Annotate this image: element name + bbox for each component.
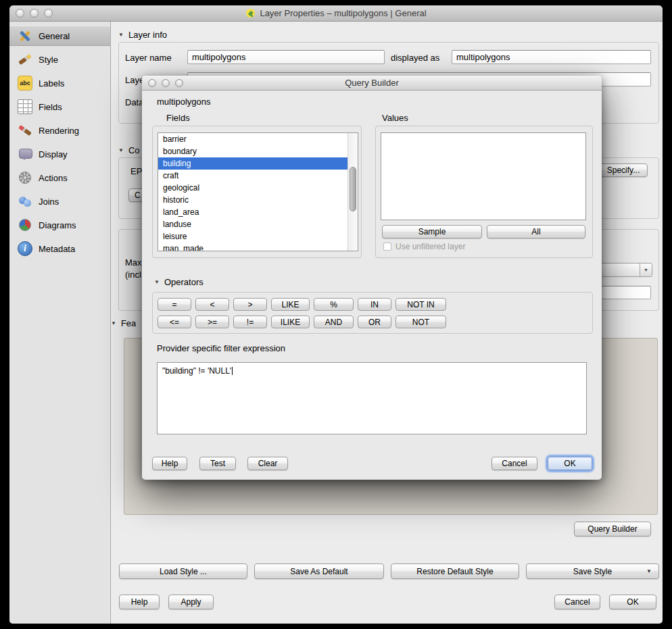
restore-default-style-button[interactable]: Restore Default Style (391, 563, 519, 579)
operator-button[interactable]: AND (314, 316, 354, 328)
window-title: Layer Properties – multipolygons | Gener… (260, 8, 426, 18)
joins-icon (18, 194, 32, 209)
section-header-feature-subset[interactable]: ▼ Fea (111, 318, 136, 328)
field-row[interactable]: land_area (158, 206, 358, 218)
window-controls (16, 5, 53, 21)
cancel-button[interactable]: Cancel (554, 595, 600, 609)
section-header-operators[interactable]: ▼ Operators (154, 277, 203, 287)
save-as-default-button[interactable]: Save As Default (254, 563, 384, 579)
data-source-label: Data (125, 97, 143, 107)
sidebar-item-general[interactable]: General (9, 26, 110, 46)
save-style-button[interactable]: Save Style ▼ (526, 563, 659, 579)
scrollbar-thumb[interactable] (350, 167, 356, 211)
window-titlebar[interactable]: Layer Properties – multipolygons | Gener… (9, 5, 663, 22)
operator-button[interactable]: >= (195, 316, 229, 328)
disclosure-triangle-icon: ▼ (118, 32, 124, 38)
operator-button[interactable]: < (195, 298, 229, 311)
rendering-icon (18, 123, 32, 138)
layer-name-input[interactable] (187, 50, 385, 64)
dialog-help-button[interactable]: Help (152, 457, 187, 470)
field-row[interactable]: barrier (158, 133, 358, 145)
fields-list[interactable]: barrierboundarybuildingcraftgeologicalhi… (158, 132, 358, 251)
actions-icon (18, 170, 32, 185)
operator-button[interactable]: LIKE (271, 298, 310, 311)
general-icon (18, 28, 32, 43)
operator-button[interactable]: OR (358, 316, 391, 328)
operator-button[interactable]: NOT (395, 316, 446, 328)
use-unfiltered-label: Use unfiltered layer (395, 242, 465, 251)
all-button[interactable]: All (487, 225, 585, 238)
combo-arrow-icon[interactable]: ▼ (640, 263, 652, 276)
zoom-button[interactable] (44, 9, 53, 18)
fields-label: Fields (166, 113, 190, 123)
field-row[interactable]: craft (158, 170, 358, 182)
displayed-as-label: displayed as (391, 53, 439, 63)
fields-scrollbar[interactable] (347, 133, 358, 251)
dialog-clear-button[interactable]: Clear (247, 457, 288, 470)
qgis-icon (245, 8, 256, 18)
operator-button[interactable]: NOT IN (395, 298, 446, 311)
disclosure-triangle-icon: ▼ (154, 279, 160, 285)
dialog-test-button[interactable]: Test (199, 457, 236, 470)
apply-button[interactable]: Apply (168, 595, 214, 609)
field-row[interactable]: building (158, 157, 358, 170)
field-row[interactable]: boundary (158, 145, 358, 157)
dialog-titlebar[interactable]: Query Builder (142, 76, 602, 91)
fields-icon (18, 99, 32, 114)
query-builder-button[interactable]: Query Builder (574, 522, 651, 536)
sidebar-item-display[interactable]: Display (9, 144, 110, 164)
dialog-minimize-button[interactable] (162, 79, 170, 87)
use-unfiltered-checkbox[interactable] (383, 243, 391, 251)
sidebar-item-style[interactable]: Style (9, 49, 110, 70)
operator-button[interactable]: != (233, 316, 267, 328)
minimize-button[interactable] (30, 9, 39, 18)
layer-name-label: Layer name (125, 53, 172, 63)
filter-expression-label: Provider specific filter expression (157, 343, 285, 353)
ok-button[interactable]: OK (609, 595, 656, 609)
layer-info-header-label: Layer info (128, 30, 167, 40)
sidebar-item-joins[interactable]: Joins (9, 191, 110, 211)
operator-button[interactable]: > (233, 298, 267, 311)
specify-button[interactable]: Specify... (599, 163, 648, 177)
values-list[interactable] (381, 132, 586, 220)
sidebar-item-metadata[interactable]: Metadata (9, 238, 110, 259)
operators-row-2: <=>=!=ILIKEANDORNOT (158, 316, 446, 328)
sample-button[interactable]: Sample (382, 225, 482, 238)
layer-source-label: Laye (125, 75, 144, 85)
section-header-layer-info[interactable]: ▼ Layer info (118, 30, 167, 40)
dialog-cancel-button[interactable]: Cancel (491, 457, 537, 470)
operators-header-label: Operators (164, 277, 203, 287)
feature-subset-header-label: Fea (121, 318, 136, 328)
load-style-button[interactable]: Load Style ... (119, 563, 247, 579)
sidebar-item-actions[interactable]: Actions (9, 168, 110, 188)
field-row[interactable]: historic (158, 194, 358, 206)
sidebar-item-rendering[interactable]: Rendering (9, 120, 110, 141)
operator-button[interactable]: = (158, 298, 191, 311)
filter-expression-textarea[interactable]: "building" != 'NULL' (157, 362, 587, 434)
sidebar-item-diagrams[interactable]: Diagrams (9, 215, 110, 235)
sidebar-item-fields[interactable]: Fields (9, 97, 110, 117)
disclosure-triangle-icon: ▼ (111, 320, 116, 326)
operator-button[interactable]: <= (158, 316, 191, 328)
field-row[interactable]: landuse (158, 218, 358, 230)
dialog-ok-button[interactable]: OK (548, 457, 592, 470)
desktop-background: Layer Properties – multipolygons | Gener… (0, 0, 672, 629)
section-header-crs[interactable]: ▼ Co (118, 145, 140, 155)
dialog-close-button[interactable] (148, 79, 156, 87)
help-button[interactable]: Help (119, 595, 160, 609)
close-button[interactable] (16, 9, 24, 18)
dialog-zoom-button[interactable] (175, 79, 183, 87)
field-row[interactable]: leisure (158, 230, 358, 243)
disclosure-triangle-icon: ▼ (118, 147, 124, 153)
operator-button[interactable]: ILIKE (271, 316, 310, 328)
values-label: Values (382, 113, 408, 123)
dialog-window-controls (148, 76, 183, 90)
operator-button[interactable]: % (314, 298, 354, 311)
field-row[interactable]: geological (158, 182, 358, 194)
sidebar-item-labels[interactable]: Labels (9, 73, 110, 93)
style-icon (18, 52, 32, 67)
display-icon (18, 147, 32, 161)
displayed-as-input[interactable] (452, 50, 651, 64)
operator-button[interactable]: IN (358, 298, 391, 311)
field-row[interactable]: man_made (158, 243, 358, 251)
